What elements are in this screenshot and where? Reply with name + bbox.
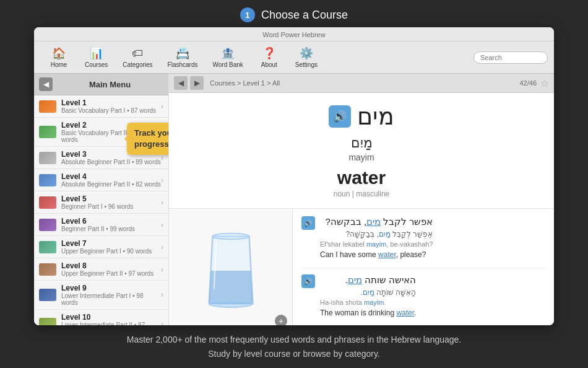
level-8-name: Level 8 <box>61 261 161 270</box>
nav-categories-label: Categories <box>123 61 152 68</box>
favorite-button[interactable]: ☆ <box>540 77 549 89</box>
level-8-info: Level 8 Upper Beginner Part II • 97 word… <box>61 261 161 277</box>
level-7-name: Level 7 <box>61 239 161 248</box>
level-9-desc: Lower Intermediate Part I • 98 words <box>61 292 161 306</box>
nav-courses-label: Courses <box>85 61 108 68</box>
chevron-icon: › <box>161 102 163 111</box>
sidebar-item-level-1[interactable]: Level 1 Basic Vocabulary Part I • 87 wor… <box>34 95 168 118</box>
level-1-thumb <box>39 100 56 113</box>
sidebar-item-level-4[interactable]: Level 4 Absolute Beginner Part II • 82 w… <box>34 169 168 191</box>
nav-categories[interactable]: 🏷 Categories <box>115 45 160 71</box>
nav-home-label: Home <box>51 61 67 68</box>
sentence-block-1: 🔊 אפשר לקבל מים, בבקשה? אֶפְשַׁר לְקַבֵּ… <box>301 215 545 260</box>
sidebar-item-level-7[interactable]: Level 7 Upper Beginner Part I • 90 words… <box>34 236 168 258</box>
sentence-2-hebrew: האישה שותה מים. <box>320 273 416 287</box>
sidebar-item-level-9[interactable]: Level 9 Lower Intermediate Part I • 98 w… <box>34 281 168 310</box>
tagline-line2: Study by level course or browse by categ… <box>208 349 380 359</box>
svg-point-0 <box>212 233 249 239</box>
app-name: Word Power Hebrew <box>34 30 554 41</box>
chevron-icon: › <box>161 320 163 325</box>
sentence-block-2: 🔊 האישה שותה מים. הָאִשָּׁה שׁוֹתָה מַיִ… <box>301 273 545 318</box>
sidebar-item-level-10[interactable]: Level 10 Lower Intermediate Part II • 97… <box>34 310 168 325</box>
sentences-panel: 🔊 אפשר לקבל מים, בבקשה? אֶפְשַׁר לְקַבֵּ… <box>293 209 554 325</box>
next-button[interactable]: ▶ <box>190 76 204 90</box>
sentence-1-transliteration: Ef'shar lekabel mayim, be-vakashah? <box>320 240 433 248</box>
level-1-info: Level 1 Basic Vocabulary Part I • 87 wor… <box>61 99 161 114</box>
top-header: 1 Choose a Course <box>0 0 588 27</box>
word-display: 🔊 מים מַיִם mayim water noun | masculine <box>169 93 554 209</box>
level-9-info: Level 9 Lower Intermediate Part I • 98 w… <box>61 284 161 306</box>
flashcards-icon: 📇 <box>176 46 189 60</box>
level-5-info: Level 5 Beginner Part I • 96 words <box>61 195 161 210</box>
sentence-1-audio-button[interactable]: 🔊 <box>301 216 315 230</box>
level-8-thumb <box>39 263 56 276</box>
level-6-desc: Beginner Part II • 99 words <box>61 226 161 232</box>
content-area: ◀ Main Menu Level 1 Basic Vocabulary Par… <box>34 74 554 325</box>
sentence-2-audio-button[interactable]: 🔊 <box>301 274 315 288</box>
nav-bar: 🏠 Home 📊 Courses 🏷 Categories 📇 Flashcar… <box>34 42 554 74</box>
level-5-desc: Beginner Part I • 96 words <box>61 203 161 210</box>
card-count: 42/46 <box>519 79 537 87</box>
app-topbar: Word Power Hebrew <box>34 27 554 42</box>
chevron-icon: › <box>161 291 163 299</box>
level-1-desc: Basic Vocabulary Part I • 87 words <box>61 107 161 114</box>
sidebar: ◀ Main Menu Level 1 Basic Vocabulary Par… <box>34 74 169 325</box>
chevron-icon: › <box>161 265 163 274</box>
level-9-name: Level 9 <box>61 284 161 292</box>
sentence-2-voweled: הָאִשָּׁה שׁוֹתָה מַיִם. <box>320 287 416 298</box>
page-title: Choose a Course <box>261 9 348 22</box>
level-5-name: Level 5 <box>61 195 161 203</box>
level-2-thumb <box>39 126 56 138</box>
nav-flashcards[interactable]: 📇 Flashcards <box>160 44 205 71</box>
level-6-thumb <box>39 219 56 231</box>
main-toolbar: ◀ ▶ Courses > Level 1 > All 42/46 ☆ <box>169 74 554 93</box>
hebrew-word-large: מים <box>357 103 394 130</box>
chevron-icon: › <box>161 198 163 207</box>
level-7-info: Level 7 Upper Beginner Part I • 90 words <box>61 239 161 255</box>
sentence-1-hebrew: אפשר לקבל מים, בבקשה? <box>320 215 433 229</box>
level-4-name: Level 4 <box>61 172 161 181</box>
sentence-1-row: 🔊 אפשר לקבל מים, בבקשה? אֶפְשַׁר לְקַבֵּ… <box>301 215 545 260</box>
nav-settings-label: Settings <box>295 61 318 68</box>
nav-about-label: About <box>261 61 277 68</box>
sentence-2-content: האישה שותה מים. הָאִשָּׁה שׁוֹתָה מַיִם.… <box>320 273 416 318</box>
search-container <box>473 51 548 64</box>
sentence-1-english: Can I have some water, please? <box>320 250 433 260</box>
sentence-1-content: אפשר לקבל מים, בבקשה? אֶפְשַׁר לְקַבֵּל … <box>320 215 433 260</box>
level-7-desc: Upper Beginner Part I • 90 words <box>61 248 161 255</box>
glass-image <box>200 230 262 311</box>
nav-settings[interactable]: ⚙️ Settings <box>288 44 325 71</box>
level-9-thumb <box>39 289 56 301</box>
level-4-thumb <box>39 174 56 186</box>
sentence-1-voweled: אֶפְשַׁר לְקַבֵּל מַיִם, בְּבַקָּשָׁה? <box>320 229 433 240</box>
sentence-2-row: 🔊 האישה שותה מים. הָאִשָּׁה שׁוֹתָה מַיִ… <box>301 273 545 318</box>
sidebar-item-level-8[interactable]: Level 8 Upper Beginner Part II • 97 word… <box>34 258 168 281</box>
level-5-thumb <box>39 196 56 209</box>
hebrew-word-medium: מַיִם <box>351 135 373 151</box>
nav-about[interactable]: ❓ About <box>251 44 288 71</box>
nav-wordbank[interactable]: 🏦 Word Bank <box>205 44 251 71</box>
level-6-info: Level 6 Beginner Part II • 99 words <box>61 217 161 232</box>
word-audio-button[interactable]: 🔊 <box>329 105 351 128</box>
word-audio-row: 🔊 מים <box>329 103 394 130</box>
level-1-name: Level 1 <box>61 99 161 107</box>
level-10-info: Level 10 Lower Intermediate Part II • 97… <box>61 313 161 325</box>
breadcrumb: Courses > Level 1 > All <box>206 79 519 87</box>
sidebar-item-level-2[interactable]: Level 2 Basic Vocabulary Part II • 100 w… <box>34 118 168 147</box>
chevron-icon: › <box>161 221 163 229</box>
tagline: Master 2,000+ of the most frequently use… <box>0 325 588 368</box>
sidebar-item-level-5[interactable]: Level 5 Beginner Part I • 96 words › <box>34 191 168 214</box>
sidebar-item-level-6[interactable]: Level 6 Beginner Part II • 99 words › <box>34 214 168 236</box>
search-input[interactable] <box>473 51 548 64</box>
nav-courses[interactable]: 📊 Courses <box>77 44 115 71</box>
sentence-divider <box>301 268 545 268</box>
level-4-desc: Absolute Beginner Part II • 82 words <box>61 181 161 188</box>
step-badge: 1 <box>240 7 255 22</box>
back-button[interactable]: ◀ <box>39 77 53 91</box>
nav-home[interactable]: 🏠 Home <box>40 44 77 71</box>
app-window: Word Power Hebrew 🏠 Home 📊 Courses 🏷 Cat… <box>34 27 554 325</box>
add-image-button[interactable]: + <box>275 315 287 325</box>
level-4-info: Level 4 Absolute Beginner Part II • 82 w… <box>61 172 161 188</box>
prev-button[interactable]: ◀ <box>174 76 188 90</box>
chevron-icon: › <box>161 176 163 185</box>
